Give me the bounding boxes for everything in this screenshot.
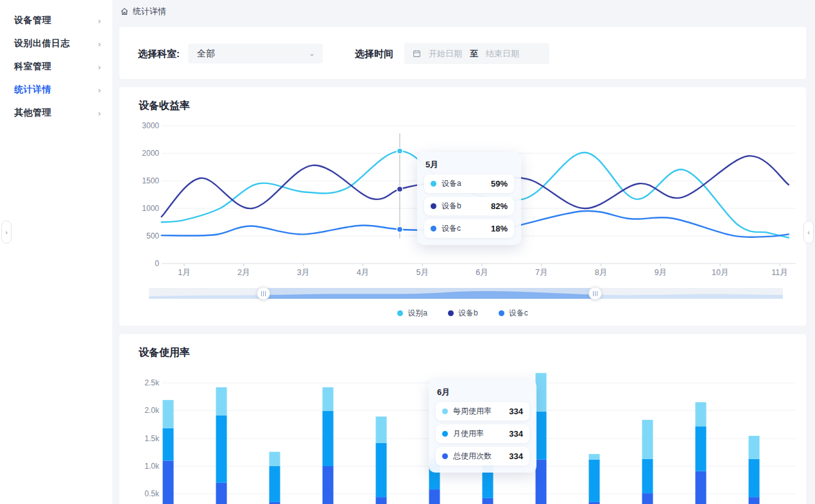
svg-text:5月: 5月 [416,268,428,277]
home-icon [120,7,129,16]
svg-text:1.0k: 1.0k [144,462,160,471]
tooltip-row: 每周使用率334 [436,402,529,421]
series-label: 设备c [442,223,482,234]
sidebar-item-label: 设备管理 [14,15,98,26]
series-label: 每周使用率 [453,406,500,417]
legend-dot [499,310,504,316]
svg-text:1.5k: 1.5k [144,434,160,443]
slider-selected-range[interactable] [263,288,595,299]
date-range-picker[interactable]: 开始日期 至 结束日期 [404,43,549,64]
usage-chart-title: 设备使用率 [139,346,190,360]
tooltip-title: 6月 [437,387,529,398]
svg-text:2.5k: 2.5k [144,378,160,387]
breadcrumb[interactable]: 统计详情 [120,5,166,18]
tooltip-row: 月使用率334 [436,424,529,443]
svg-text:3000: 3000 [142,121,159,130]
sidebar-item-label: 统计详情 [14,84,98,96]
dept-select[interactable]: 全部 ⌄ [188,44,323,63]
chevron-right-icon: › [98,39,101,49]
tooltip-row: 设备c18% [424,219,514,238]
svg-text:1500: 1500 [142,176,159,185]
svg-text:2.0k: 2.0k [144,406,160,415]
legend-label: 设备c [509,308,528,319]
chevron-right-icon: › [98,16,101,26]
dept-select-label: 选择科室: [138,48,180,60]
svg-text:11月: 11月 [771,268,787,277]
series-dot [431,226,436,231]
calendar-icon [413,49,421,58]
line-chart-tooltip: 5月 设备a59%设备b82%设备c18% [417,152,521,245]
series-value: 334 [509,451,523,461]
sidebar-item-3[interactable]: 统计详情› [0,78,112,101]
sidebar-expand-button[interactable]: › [1,221,12,244]
svg-text:9月: 9月 [655,268,667,277]
usage-chart-panel: 设备使用率 2.5k2.0k1.5k1.0k0.5k 6月 每周使用率334月使… [119,334,806,504]
bar-chart-tooltip: 6月 每周使用率334月使用率334总使用次数334 [429,380,536,473]
sidebar-item-1[interactable]: 设别出借日志› [0,32,112,55]
series-dot [431,181,436,187]
sidebar-item-4[interactable]: 其他管理› [0,101,112,124]
svg-text:8月: 8月 [595,268,607,277]
svg-text:0: 0 [155,259,159,268]
revenue-chart-title: 设备收益率 [139,99,190,113]
chevron-down-icon: ⌄ [309,50,315,57]
legend-dot [397,310,403,316]
svg-text:500: 500 [146,231,159,240]
tooltip-title: 5月 [425,159,514,171]
series-dot [431,203,436,209]
series-label: 设备a [442,178,482,189]
breadcrumb-label: 统计详情 [133,6,166,17]
svg-text:6月: 6月 [476,268,488,277]
svg-text:1000: 1000 [142,204,159,213]
filter-panel: 选择科室: 全部 ⌄ 选择时间 开始日期 至 结束日期 [119,27,806,79]
series-value: 334 [509,429,523,439]
tooltip-row: 设备b82% [424,197,514,215]
series-dot [442,431,448,437]
series-value: 82% [491,201,508,211]
series-dot [442,408,448,414]
series-dot [442,453,448,459]
revenue-chart-panel: 设备收益率 300020001500100050001月2月3月4月5月6月7月… [119,87,806,326]
line-chart-legend: 设别a设备b设备c [119,308,806,319]
series-label: 月使用率 [453,428,500,439]
main-content: 统计详情 选择科室: 全部 ⌄ 选择时间 开始日期 至 结束日期 设备收益率 3… [112,0,815,504]
svg-text:2月: 2月 [237,268,250,277]
series-value: 18% [491,224,508,233]
panel-collapse-button[interactable]: ‹ [803,221,814,244]
sidebar: 设备管理›设别出借日志›科室管理›统计详情›其他管理› [0,0,112,504]
legend-label: 设备b [458,308,478,319]
svg-text:2000: 2000 [142,149,159,158]
chevron-right-icon: › [98,85,101,95]
sidebar-item-label: 其他管理 [14,107,98,119]
sidebar-item-0[interactable]: 设备管理› [0,9,112,32]
tooltip-row: 总使用次数334 [436,447,529,466]
svg-text:10月: 10月 [712,268,728,277]
chevron-right-icon: › [98,62,101,72]
date-range-separator: 至 [470,48,478,60]
series-label: 总使用次数 [453,451,500,462]
series-label: 设备b [442,201,482,212]
sidebar-item-label: 科室管理 [14,61,98,72]
sidebar-item-label: 设别出借日志 [14,38,98,49]
legend-item-1[interactable]: 设备b [448,308,478,319]
svg-text:3月: 3月 [297,268,309,277]
legend-dot [448,310,454,316]
start-date-input[interactable]: 开始日期 [429,48,462,60]
slider-right-handle[interactable] [588,287,602,300]
svg-text:1月: 1月 [178,268,190,277]
chevron-right-icon: › [98,108,101,118]
series-value: 59% [491,179,508,189]
legend-item-0[interactable]: 设别a [397,308,427,319]
svg-text:7月: 7月 [535,268,547,277]
slider-left-handle[interactable] [257,287,270,300]
time-select-label: 选择时间 [355,48,393,60]
slider-wave-selected [263,288,595,299]
legend-item-2[interactable]: 设备c [499,308,528,319]
dept-select-value: 全部 [197,48,309,60]
legend-label: 设别a [408,308,427,319]
end-date-input[interactable]: 结束日期 [486,48,519,60]
sidebar-item-2[interactable]: 科室管理› [0,55,112,78]
data-zoom-slider[interactable] [149,288,783,299]
svg-text:0.5k: 0.5k [144,489,160,498]
svg-text:4月: 4月 [357,268,369,277]
